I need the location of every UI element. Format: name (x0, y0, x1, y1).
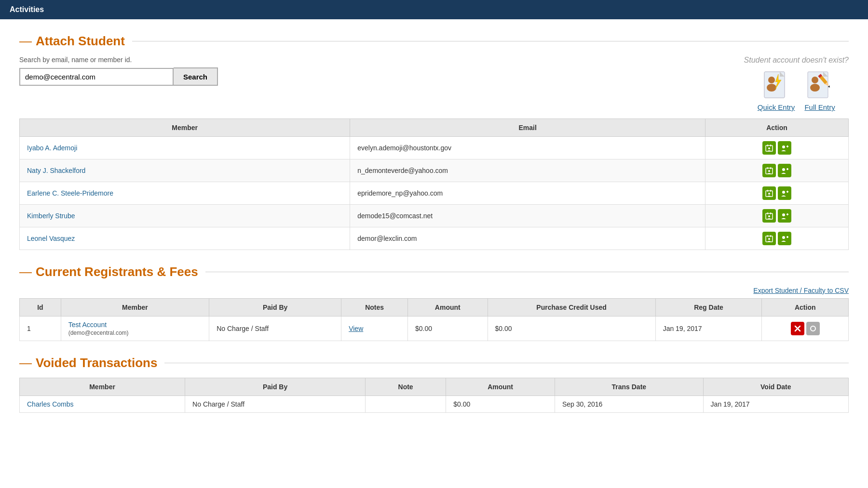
reg-notes: View (341, 317, 408, 341)
member-name-link[interactable]: Naty J. Shackelford (27, 167, 85, 174)
member-action (705, 182, 849, 205)
search-input[interactable] (19, 68, 174, 86)
void-void-date: Jan 19, 2017 (703, 396, 848, 413)
member-name: Naty J. Shackelford (20, 159, 350, 182)
add-member-button[interactable] (778, 141, 791, 155)
member-email: epridemore_np@yahoo.com (350, 182, 705, 205)
svg-point-32 (782, 191, 785, 194)
notes-col-header: Notes (341, 299, 408, 317)
calendar-person-icon (765, 234, 773, 243)
section-line-2 (205, 272, 849, 272)
add-member-button[interactable] (778, 209, 791, 223)
reg-action-icons (769, 322, 841, 335)
view-schedule-button[interactable] (762, 209, 776, 223)
table-row: Charles Combs No Charge / Staff $0.00 Se… (20, 396, 849, 413)
reg-date: Jan 19, 2017 (655, 317, 762, 341)
svg-point-3 (768, 77, 775, 83)
member-search-table: Member Email Action Iyabo A. Ademoji eve… (19, 119, 849, 250)
void-amount: $0.00 (446, 396, 555, 413)
attach-student-title: Attach Student (36, 34, 125, 49)
attach-student-header: — Attach Student (19, 34, 849, 49)
void-amount-col-header: Amount (446, 378, 555, 396)
section-line-3 (164, 363, 849, 363)
voided-header: — Voided Transactions (19, 356, 849, 370)
delete-reg-button[interactable] (791, 322, 804, 335)
add-member-button[interactable] (778, 186, 791, 200)
view-schedule-button[interactable] (762, 186, 776, 200)
member-name-link[interactable]: Earlene C. Steele-Pridemore (27, 189, 113, 197)
export-csv-link[interactable]: Export Student / Faculty to CSV (753, 287, 849, 294)
registrants-table: Id Member Paid By Notes Amount Purchase … (19, 298, 849, 341)
member-action-icons (713, 141, 841, 155)
reg-amount: $0.00 (408, 317, 488, 341)
calendar-person-icon (765, 144, 773, 152)
quick-entry-icon (762, 69, 791, 101)
member-action-icons (713, 164, 841, 177)
reg-date-col-header: Reg Date (655, 299, 762, 317)
void-note-col-header: Note (366, 378, 446, 396)
svg-point-4 (767, 84, 776, 92)
member-action (705, 205, 849, 227)
member-email: demor@lexclin.com (350, 227, 705, 250)
table-row: Leonel Vasquez demor@lexclin.com (20, 227, 849, 250)
circle-icon (809, 325, 817, 332)
view-schedule-button[interactable] (762, 232, 776, 245)
member-name: Kimberly Strube (20, 205, 350, 227)
member-name: Iyabo A. Ademoji (20, 137, 350, 159)
void-member-link[interactable]: Charles Combs (27, 400, 73, 408)
voided-transactions-section: — Voided Transactions Member Paid By Not… (19, 356, 849, 413)
svg-point-45 (768, 238, 770, 240)
calendar-person-icon (765, 166, 773, 175)
member-email: n_demonteverde@yahoo.com (350, 159, 705, 182)
view-schedule-button[interactable] (762, 141, 776, 155)
add-person-icon (780, 234, 789, 243)
full-entry-button[interactable]: Full Entry (804, 69, 835, 111)
export-link-row: Export Student / Faculty to CSV (19, 287, 849, 294)
reg-member-link[interactable]: Test Account(demo@cecentral.com) (68, 321, 129, 336)
registrants-header: — Current Registrants & Fees (19, 264, 849, 279)
table-row: Naty J. Shackelford n_demonteverde@yahoo… (20, 159, 849, 182)
member-name-link[interactable]: Iyabo A. Ademoji (27, 144, 77, 152)
add-member-button[interactable] (778, 164, 791, 177)
action-col-header: Action (705, 119, 849, 137)
reg-paid-by: No Charge / Staff (209, 317, 341, 341)
view-notes-link[interactable]: View (349, 325, 363, 332)
svg-point-51 (811, 326, 815, 331)
section-dash: — (19, 34, 32, 49)
member-action (705, 227, 849, 250)
search-button[interactable]: Search (174, 67, 218, 86)
icons-row: Quick Entry (758, 69, 835, 111)
voided-table: Member Paid By Note Amount Trans Date Vo… (19, 378, 849, 413)
void-paid-by-col-header: Paid By (185, 378, 366, 396)
full-entry-label: Full Entry (804, 103, 835, 111)
void-member-col-header: Member (20, 378, 185, 396)
reg-action (762, 317, 849, 341)
top-bar-title: Activities (10, 5, 44, 14)
id-col-header: Id (20, 299, 61, 317)
member-name-link[interactable]: Kimberly Strube (27, 212, 75, 220)
member-action-icons (713, 209, 841, 223)
table-row: 1 Test Account(demo@cecentral.com) No Ch… (20, 317, 849, 341)
section-line (132, 41, 849, 41)
void-trans-date-col-header: Trans Date (555, 378, 703, 396)
add-person-icon (780, 144, 789, 152)
svg-point-9 (810, 84, 820, 92)
void-note (366, 396, 446, 413)
section-dash-3: — (19, 356, 32, 370)
top-bar: Activities (0, 0, 868, 19)
quick-entry-label: Quick Entry (758, 103, 795, 111)
amount-col-header: Amount (408, 299, 488, 317)
current-registrants-section: — Current Registrants & Fees Export Stud… (19, 264, 849, 341)
table-row: Earlene C. Steele-Pridemore epridemore_n… (20, 182, 849, 205)
member-name-link[interactable]: Leonel Vasquez (27, 235, 75, 242)
member-name: Leonel Vasquez (20, 227, 350, 250)
view-schedule-button[interactable] (762, 164, 776, 177)
voided-title: Voided Transactions (36, 356, 157, 370)
add-member-button[interactable] (778, 232, 791, 245)
void-member: Charles Combs (20, 396, 185, 413)
void-paid-by: No Charge / Staff (185, 396, 366, 413)
void-reg-button[interactable] (806, 322, 820, 335)
attach-student-section: — Attach Student Search by email, name o… (19, 34, 849, 250)
quick-entry-button[interactable]: Quick Entry (758, 69, 795, 111)
section-dash-2: — (19, 264, 32, 279)
